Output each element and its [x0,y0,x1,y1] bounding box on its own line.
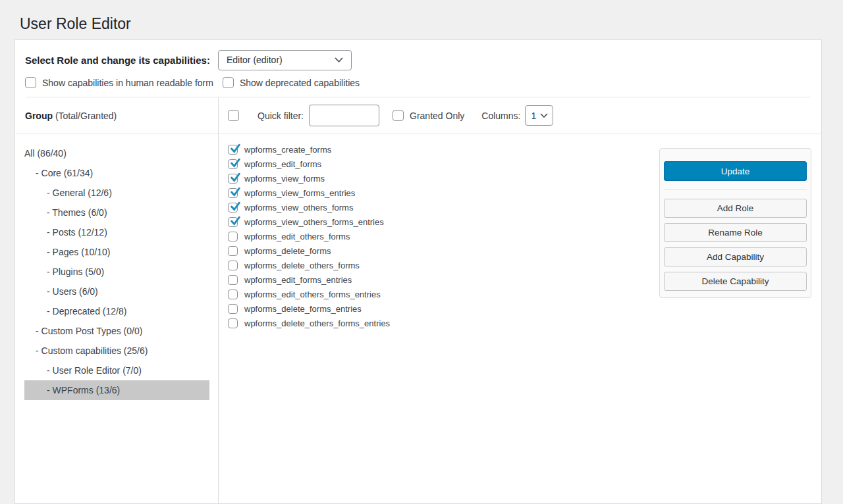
capability-label[interactable]: wpforms_edit_others_forms [244,232,350,241]
group-tree-item[interactable]: - Deprecated (12/8) [24,301,209,321]
group-tree-item-label: - WPForms (13/6) [47,385,120,395]
show-deprecated-checkbox[interactable] [223,77,234,88]
capability-label[interactable]: wpforms_view_others_forms [244,203,353,213]
capability-checkbox[interactable] [228,232,238,241]
group-tree-item[interactable]: - Custom capabilities (25/6) [24,341,209,361]
role-select[interactable]: Editor (editor) [218,50,352,70]
capability-checkbox[interactable] [228,246,238,256]
group-tree-item-label: - Custom Post Types (0/0) [36,326,142,336]
human-readable-checkbox[interactable] [25,77,36,88]
capability-checkbox[interactable] [228,188,238,198]
action-button-delete-capability[interactable]: Delete Capability [664,272,807,291]
capability-label[interactable]: wpforms_edit_forms [244,159,321,169]
capability-row: wpforms_view_forms [228,171,646,186]
capability-row: wpforms_edit_forms [228,157,646,171]
capability-checkbox[interactable] [228,261,238,270]
quick-filter-input[interactable] [309,105,379,126]
groups-header-suffix: (Total/Granted) [53,111,117,121]
capability-checkbox[interactable] [228,145,238,155]
role-select-value: Editor (editor) [227,55,283,65]
chevron-down-icon [540,113,548,118]
capability-row: wpforms_delete_forms [228,243,646,258]
capability-row: wpforms_delete_others_forms [228,258,646,272]
columns-label: Columns: [481,111,520,121]
capabilities-body: wpforms_create_forms wpforms_edit_forms … [219,134,821,503]
capability-row: wpforms_edit_forms_entries [228,272,646,287]
action-button-rename-role[interactable]: Rename Role [664,223,807,242]
group-tree-item[interactable]: - Pages (10/10) [24,242,209,262]
group-tree-item[interactable]: - WPForms (13/6) [24,380,209,400]
update-button[interactable]: Update [664,161,807,181]
capability-checkbox[interactable] [228,318,238,328]
capability-label[interactable]: wpforms_view_others_forms_entries [244,217,384,227]
group-tree-item[interactable]: - Posts (12/12) [24,222,209,242]
groups-column: Group (Total/Granted) All (86/40) - Core… [15,97,219,503]
group-tree-item[interactable]: - Users (6/0) [24,282,209,301]
group-tree-item-label: - Themes (6/0) [47,207,107,218]
capability-label[interactable]: wpforms_edit_others_forms_entries [244,290,381,299]
action-button-add-capability[interactable]: Add Capability [664,247,807,266]
columns-select[interactable]: 1 [525,105,553,126]
granted-only-checkbox[interactable] [393,110,404,121]
page-title: User Role Editor [20,14,843,34]
group-tree-item[interactable]: - Themes (6/0) [24,203,209,222]
secondary-actions: Add RoleRename RoleAdd CapabilityDelete … [664,199,807,291]
capability-row: wpforms_edit_others_forms_entries [228,287,646,301]
capability-label[interactable]: wpforms_view_forms_entries [244,188,355,198]
panel-divider [664,189,807,190]
capability-checkbox[interactable] [228,304,238,314]
capability-row: wpforms_view_forms_entries [228,186,646,200]
group-tree-item-label: - Deprecated (12/8) [47,306,126,316]
group-tree-item[interactable]: All (86/40) [24,143,209,163]
show-deprecated-label: Show deprecated capabilities [240,78,360,88]
group-tree-item-label: - General (12/6) [47,188,112,198]
capability-label[interactable]: wpforms_delete_forms_entries [244,304,362,314]
group-tree-item[interactable]: - General (12/6) [24,183,209,203]
groups-header: Group (Total/Granted) [15,97,218,134]
select-all-checkbox[interactable] [228,110,239,121]
capability-label[interactable]: wpforms_delete_others_forms [244,261,360,270]
human-readable-option[interactable]: Show capabilities in human readable form [25,77,213,88]
group-tree-item[interactable]: - Custom Post Types (0/0) [24,321,209,341]
capability-checkbox[interactable] [228,174,238,184]
capability-label[interactable]: wpforms_create_forms [244,145,331,155]
columns-control: Columns: 1 [481,105,553,126]
granted-only-option[interactable]: Granted Only [393,110,464,121]
capability-row: wpforms_delete_forms_entries [228,301,646,316]
group-tree-item-label: - Plugins (5/0) [47,266,104,277]
capability-label[interactable]: wpforms_edit_forms_entries [244,275,352,285]
group-tree-item-label: - Posts (12/12) [47,227,107,238]
capability-row: wpforms_delete_others_forms_entries [228,316,646,330]
group-tree-item[interactable]: - User Role Editor (7/0) [24,361,209,380]
role-selector-label: Select Role and change its capabilities: [25,55,210,66]
group-tree-item[interactable]: - Core (61/34) [24,163,209,183]
capability-checkbox[interactable] [228,159,238,169]
group-tree-item[interactable]: - Plugins (5/0) [24,262,209,282]
capability-checkbox[interactable] [228,275,238,285]
columns-select-value: 1 [531,111,536,121]
capability-label[interactable]: wpforms_delete_forms [244,246,331,256]
capability-row: wpforms_create_forms [228,142,646,157]
capability-row: wpforms_view_others_forms_entries [228,214,646,229]
filter-bar: Quick filter: Granted Only Columns: 1 [219,97,821,134]
group-tree-item-label: - Custom capabilities (25/6) [36,345,148,356]
capability-label[interactable]: wpforms_delete_others_forms_entries [244,318,390,328]
chevron-down-icon [335,57,343,63]
actions-panel: Update Add RoleRename RoleAdd Capability… [659,148,811,298]
group-tree-item-label: - Users (6/0) [47,286,98,297]
capability-checkbox[interactable] [228,290,238,299]
capability-checkbox[interactable] [228,217,238,227]
groups-tree: All (86/40) - Core (61/34) - General (12… [15,134,218,400]
action-button-add-role[interactable]: Add Role [664,199,807,218]
capabilities-list: wpforms_create_forms wpforms_edit_forms … [219,134,646,503]
granted-only-label: Granted Only [410,111,464,121]
capability-row: wpforms_view_others_forms [228,200,646,214]
capability-checkbox[interactable] [228,203,238,213]
user-role-editor-panel: Select Role and change its capabilities:… [14,39,822,504]
show-deprecated-option[interactable]: Show deprecated capabilities [223,77,360,88]
group-tree-item-label: All (86/40) [24,148,67,159]
group-tree-item-label: - Core (61/34) [36,168,93,178]
capability-label[interactable]: wpforms_view_forms [244,174,325,184]
capabilities-column: Quick filter: Granted Only Columns: 1 [219,97,821,503]
group-tree-item-label: - Pages (10/10) [47,247,111,257]
